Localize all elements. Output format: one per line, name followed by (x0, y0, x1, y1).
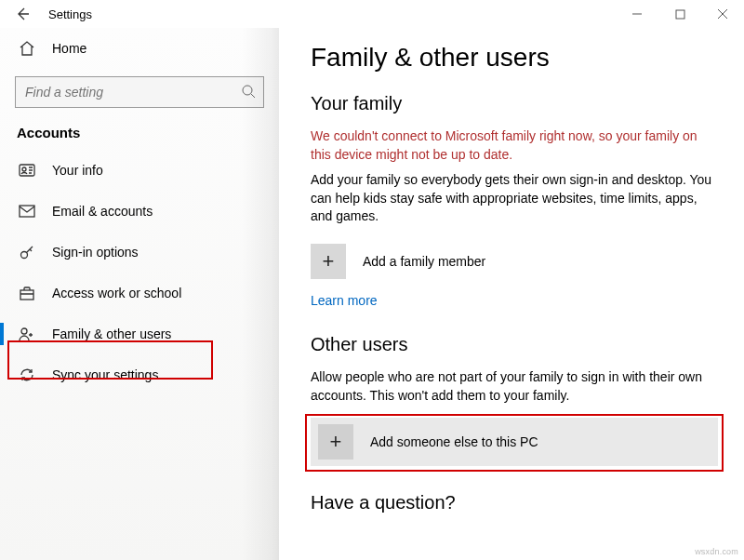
svg-point-5 (21, 252, 28, 259)
mail-icon (19, 203, 35, 220)
key-icon (19, 244, 35, 260)
add-family-member-button[interactable]: + (311, 244, 346, 279)
close-button[interactable] (701, 0, 744, 28)
sidebar-item-family-other-users[interactable]: Family & other users (0, 313, 279, 354)
sidebar-home-label: Home (52, 41, 86, 56)
sidebar-item-label: Your info (52, 163, 103, 178)
window-title: Settings (48, 7, 92, 21)
add-other-user-label: Add someone else to this PC (370, 434, 538, 449)
search-input[interactable] (23, 84, 241, 100)
sidebar-item-email-accounts[interactable]: Email & accounts (0, 191, 279, 232)
maximize-icon (675, 9, 685, 20)
sidebar-home[interactable]: Home (0, 30, 279, 67)
sidebar-item-label: Family & other users (52, 327, 171, 341)
svg-rect-6 (20, 290, 33, 300)
back-arrow-icon (15, 7, 30, 21)
content-pane: Family & other users Your family We coul… (279, 28, 744, 560)
sidebar-category: Accounts (0, 119, 279, 150)
plus-icon: + (330, 430, 342, 454)
home-icon (19, 40, 35, 57)
other-users-heading: Other users (311, 334, 718, 355)
svg-rect-0 (676, 10, 684, 19)
sidebar-item-label: Email & accounts (52, 204, 153, 219)
back-button[interactable] (0, 0, 45, 28)
sidebar-item-label: Sign-in options (52, 245, 139, 260)
search-icon (241, 84, 256, 101)
plus-icon: + (323, 249, 335, 273)
add-other-user-row[interactable]: + Add someone else to this PC (311, 418, 718, 466)
briefcase-icon (19, 285, 35, 301)
sidebar-item-sync-settings[interactable]: Sync your settings (0, 354, 279, 395)
svg-point-1 (243, 86, 252, 95)
svg-point-3 (22, 167, 26, 171)
sidebar-item-access-work-school[interactable]: Access work or school (0, 273, 279, 313)
have-a-question-heading: Have a question? (311, 492, 718, 513)
sidebar: Home Accounts Your info Email & accounts (0, 28, 279, 560)
sidebar-item-label: Sync your settings (52, 367, 158, 382)
title-bar: Settings (0, 0, 744, 28)
maximize-button[interactable] (658, 0, 701, 28)
sidebar-item-signin-options[interactable]: Sign-in options (0, 232, 279, 273)
search-box[interactable] (15, 76, 264, 108)
window-controls (616, 0, 744, 28)
add-family-member-label: Add a family member (363, 254, 485, 269)
family-heading: Your family (311, 93, 718, 114)
other-users-description: Allow people who are not part of your fa… (311, 368, 718, 405)
watermark: wsxdn.com (695, 547, 738, 556)
close-icon (717, 8, 728, 20)
add-other-user-button[interactable]: + (318, 424, 353, 460)
people-icon (19, 326, 35, 342)
sidebar-item-label: Access work or school (52, 286, 181, 300)
minimize-button[interactable] (616, 0, 658, 28)
svg-point-7 (21, 328, 27, 334)
svg-rect-4 (20, 206, 34, 217)
family-error-text: We couldn't connect to Microsoft family … (311, 127, 718, 164)
sidebar-item-your-info[interactable]: Your info (0, 150, 279, 191)
family-description: Add your family so everybody gets their … (311, 171, 718, 226)
minimize-icon (631, 8, 643, 20)
add-family-member-row[interactable]: + Add a family member (311, 239, 718, 284)
page-title: Family & other users (311, 43, 718, 73)
sync-icon (19, 367, 35, 383)
person-card-icon (19, 162, 35, 179)
learn-more-link[interactable]: Learn more (311, 293, 718, 308)
